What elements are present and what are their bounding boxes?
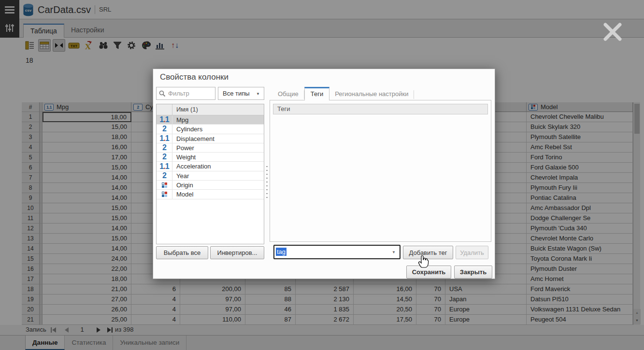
column-list-item-label: Year: [172, 171, 189, 180]
filter-input[interactable]: Фильтр: [156, 87, 215, 100]
dialog-tab-tags[interactable]: Теги: [304, 87, 329, 100]
invert-selection-button[interactable]: Инвертиров...: [210, 246, 264, 259]
column-list-item-model[interactable]: Model: [157, 190, 264, 199]
column-list-header[interactable]: Имя (1): [157, 104, 264, 115]
decimal-type-icon: 1.1: [157, 134, 172, 143]
tag-input[interactable]: tag ▼: [273, 245, 401, 259]
column-list-item-weight[interactable]: 2Weight: [157, 153, 264, 162]
column-list-item-label: Cylinders: [172, 125, 202, 133]
column-list: Имя (1) 1.1Mpg2Cylinders1.1Displacement2…: [156, 104, 264, 244]
column-list-item-displacement[interactable]: 1.1Displacement: [157, 134, 264, 143]
column-list-item-origin[interactable]: Origin: [157, 181, 264, 190]
chevron-down-icon: ▼: [256, 92, 260, 96]
column-list-item-cylinders[interactable]: 2Cylinders: [157, 125, 264, 134]
type-filter-value: Все типы: [223, 90, 250, 97]
category-type-icon: [157, 192, 172, 197]
category-type-icon: [157, 182, 172, 188]
column-list-item-label: Model: [172, 190, 193, 198]
decimal-type-icon: 1.1: [157, 115, 172, 124]
integer-type-icon: 2: [157, 125, 172, 133]
search-icon: [159, 90, 166, 97]
column-list-item-label: Origin: [172, 181, 193, 189]
integer-type-icon: 2: [157, 153, 172, 161]
chevron-down-icon: ▼: [392, 250, 396, 254]
tags-panel: Теги: [270, 100, 491, 242]
column-list-item-label: Displacement: [172, 134, 215, 143]
column-list-item-power[interactable]: 2Power: [157, 143, 264, 153]
tag-input-value: tag: [276, 248, 286, 256]
filter-placeholder: Фильтр: [168, 90, 189, 97]
column-list-item-year[interactable]: 2Year: [157, 171, 264, 181]
close-x-icon[interactable]: [600, 19, 625, 44]
dialog-tab-general[interactable]: Общие: [272, 88, 304, 100]
integer-type-icon: 2: [157, 143, 172, 152]
column-list-body: 1.1Mpg2Cylinders1.1Displacement2Power2We…: [157, 115, 264, 199]
hand-cursor-icon: [417, 253, 430, 268]
close-button[interactable]: Закрыть: [454, 266, 492, 279]
column-list-item-label: Power: [172, 143, 194, 152]
delete-tag-button[interactable]: Удалить: [456, 246, 488, 259]
column-properties-dialog: Свойства колонки Фильтр Все типы ▼ Имя (…: [153, 69, 495, 279]
panel-splitter-handle[interactable]: [266, 166, 268, 198]
select-all-button[interactable]: Выбрать все: [156, 246, 208, 259]
dialog-tab-regional[interactable]: Региональные настройки: [329, 88, 414, 100]
decimal-type-icon: 1.1: [157, 162, 172, 171]
tags-list-header: Теги: [273, 104, 488, 114]
column-list-item-acceleration[interactable]: 1.1Acceleration: [157, 162, 264, 171]
column-list-item-mpg[interactable]: 1.1Mpg: [157, 115, 264, 125]
dialog-tabs: ОбщиеТегиРегиональные настройки: [272, 87, 414, 100]
type-filter-select[interactable]: Все типы ▼: [218, 87, 264, 100]
column-list-item-label: Mpg: [172, 115, 188, 124]
dialog-title: Свойства колонки: [160, 72, 229, 82]
column-list-item-label: Acceleration: [172, 162, 211, 170]
integer-type-icon: 2: [157, 171, 172, 180]
column-list-header-label: Имя (1): [172, 104, 198, 115]
column-list-item-label: Weight: [172, 153, 196, 161]
